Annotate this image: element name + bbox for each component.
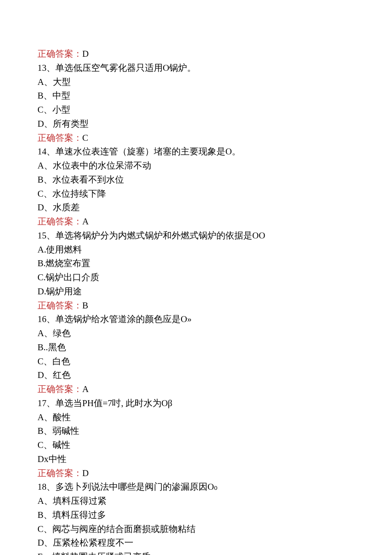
answer-value: A xyxy=(82,216,89,227)
option-d: D.锅炉用途 xyxy=(37,285,355,299)
question-stem: 15、单选将锅炉分为内燃式锅炉和外燃式锅炉的依据是OO xyxy=(37,229,355,243)
question-stem: 14、单速水位表连管（旋塞）堵塞的主要现象是O。 xyxy=(37,145,355,159)
option-b: B、中型 xyxy=(37,89,355,103)
answer-line: 正确答案：D xyxy=(37,466,355,480)
answer-line: 正确答案：A xyxy=(37,215,355,229)
answer-value: D xyxy=(82,468,89,478)
option-b: B.燃烧室布置 xyxy=(37,256,355,270)
option-a: A、填料压得过紧 xyxy=(37,494,355,508)
answer-line: 正确答案：A xyxy=(37,382,355,396)
option-d: D、所有类型 xyxy=(37,117,355,131)
answer-label: 正确答案： xyxy=(37,216,82,227)
question-stem: 13、单选低压空气雾化器只适用O锅炉。 xyxy=(37,61,355,75)
answer-label: 正确答案： xyxy=(37,300,82,311)
option-c: C.锅炉出口介质 xyxy=(37,270,355,285)
option-b: B、填料压得过多 xyxy=(37,508,355,522)
option-c: C、小型 xyxy=(37,103,355,117)
question-stem: 16、单选锅炉给水管道涂的颜色应是O» xyxy=(37,312,355,326)
answer-label: 正确答案： xyxy=(37,49,82,59)
answer-label: 正确答案： xyxy=(37,384,82,394)
option-b: B、水位表看不到水位 xyxy=(37,173,355,187)
answer-label: 正确答案： xyxy=(37,133,82,143)
answer-line: 正确答案：C xyxy=(37,131,355,145)
option-a: A.使用燃料 xyxy=(37,243,355,257)
option-a: A、绿色 xyxy=(37,326,355,340)
answer-value: B xyxy=(82,300,88,311)
answer-value: A xyxy=(82,384,89,394)
answer-value: C xyxy=(82,133,88,143)
option-e: E、填料垫圈未压紧或已变质 xyxy=(37,550,355,555)
option-a: A、酸性 xyxy=(37,410,355,424)
answer-value: D xyxy=(82,49,89,59)
option-c: C、碱性 xyxy=(37,438,355,452)
answer-line: 正确答案：D xyxy=(37,47,355,61)
option-b: B..黑色 xyxy=(37,340,355,355)
option-a: A、大型 xyxy=(37,75,355,89)
question-stem: 18、多选卜列说法中哪些是阀门的渗漏原因O₀ xyxy=(37,480,355,494)
option-c: C、白色 xyxy=(37,355,355,369)
question-stem: 17、单选当PH值=7吋, 此时水为Oβ xyxy=(37,396,355,410)
option-c: C、阀芯与阀座的结合面磨损或脏物粘结 xyxy=(37,522,355,536)
option-d: D、水质差 xyxy=(37,200,355,215)
option-b: B、弱碱性 xyxy=(37,424,355,438)
option-d: Dx中性 xyxy=(37,452,355,466)
option-d: D、压紧栓松紧程度不一 xyxy=(37,536,355,550)
option-d: D、红色 xyxy=(37,368,355,382)
answer-line: 正确答案：B xyxy=(37,299,355,313)
answer-label: 正确答案： xyxy=(37,468,82,478)
option-c: C、水位持续下降 xyxy=(37,187,355,201)
document-page: 正确答案：D 13、单选低压空气雾化器只适用O锅炉。 A、大型 B、中型 C、小… xyxy=(0,0,392,555)
option-a: A、水位表中的水位呆滞不动 xyxy=(37,159,355,173)
